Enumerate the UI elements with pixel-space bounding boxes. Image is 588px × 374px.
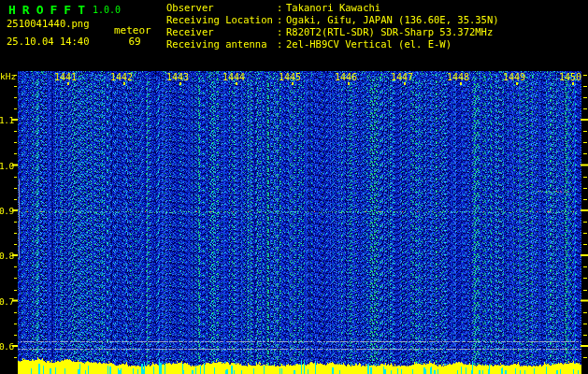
info-row: Receiving Location:Ogaki, Gifu, JAPAN (1… — [166, 14, 499, 26]
info-colon: : — [277, 14, 286, 26]
info-colon: : — [277, 38, 286, 50]
observation-info: Observer:Takanori KawachiReceiving Locat… — [166, 2, 499, 50]
info-value: R820T2(RTL-SDR) SDR-Sharp 53.372MHz — [286, 26, 493, 38]
frequency-tick-label: 0.7 — [0, 296, 13, 307]
time-tick-label: 1441 — [47, 72, 84, 82]
info-colon: : — [277, 2, 286, 14]
frequency-tick-label: 0.6 — [0, 341, 13, 352]
info-value: Takanori Kawachi — [286, 2, 380, 14]
time-tick-label: 1450 — [552, 72, 588, 82]
info-value: Ogaki, Gifu, JAPAN (136.60E, 35.35N) — [286, 14, 499, 26]
time-tick-label: 1446 — [327, 72, 365, 82]
info-label: Observer — [166, 2, 277, 14]
hrofft-window: HROFFT 1.0.0 2510041440.png meteor 25.10… — [0, 0, 588, 374]
frequency-tick-label: 0.9 — [0, 206, 13, 216]
info-row: Receiving antenna:2el-HB9CV Vertical (el… — [166, 38, 499, 50]
time-tick-label: 1444 — [215, 72, 252, 82]
time-tick-label: 1448 — [439, 72, 477, 82]
info-colon: : — [277, 26, 286, 38]
frequency-tick-label: 1.1 — [0, 115, 13, 125]
info-label: Receiver — [166, 26, 277, 38]
time-tick-label: 1445 — [271, 72, 308, 82]
app-title: HROFFT — [8, 3, 92, 17]
meteor-count: 69 — [114, 36, 155, 48]
info-label: Receiving Location — [166, 14, 277, 26]
frequency-tick-label: 0.8 — [0, 251, 13, 261]
frequency-tick-label: 1.0 — [0, 161, 13, 171]
time-tick-label: 1447 — [383, 72, 421, 82]
output-filename: 2510041440.png — [7, 18, 90, 29]
spectrogram-canvas — [0, 0, 588, 374]
app-version: 1.0.0 — [93, 5, 121, 15]
frequency-unit-label: kHz — [0, 71, 16, 81]
info-row: Observer:Takanori Kawachi — [166, 2, 499, 14]
time-tick-label: 1443 — [159, 72, 196, 82]
observation-datetime: 25.10.04 14:40 — [7, 36, 90, 47]
info-row: Receiver:R820T2(RTL-SDR) SDR-Sharp 53.37… — [166, 26, 499, 38]
info-value: 2el-HB9CV Vertical (el. E-W) — [286, 38, 452, 50]
info-label: Receiving antenna — [166, 38, 277, 50]
time-tick-label: 1442 — [103, 72, 140, 82]
time-tick-label: 1449 — [495, 72, 533, 82]
